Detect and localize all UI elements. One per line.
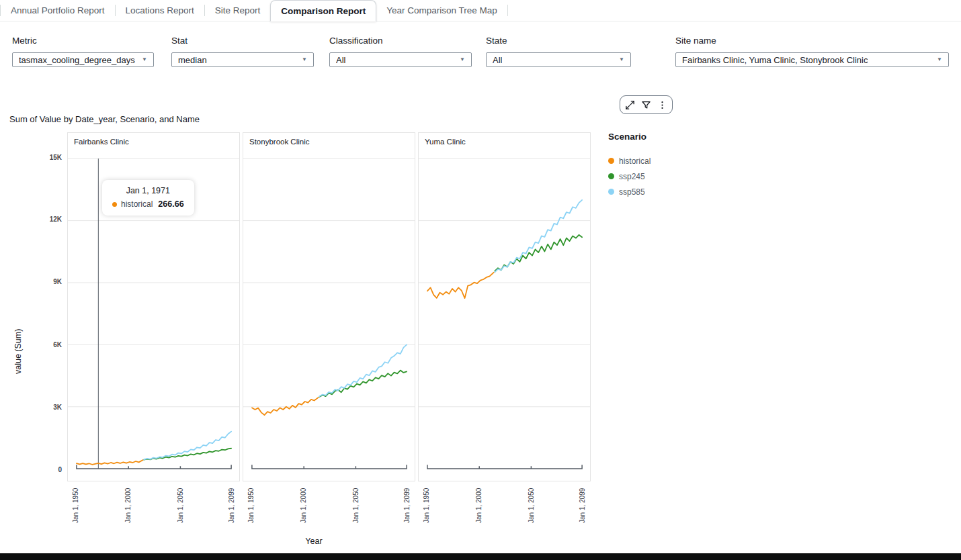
legend-label: ssp245 (619, 172, 645, 181)
legend-label: ssp585 (619, 187, 645, 197)
metric-value: tasmax_cooling_degree_days (19, 55, 135, 65)
classification-dropdown[interactable]: All ▼ (329, 52, 472, 67)
y-tick-label: 6K (27, 341, 62, 348)
y-axis-title: value (Sum) (13, 329, 23, 374)
menu-icon[interactable] (657, 100, 667, 110)
series-line-historical[interactable] (427, 273, 494, 298)
legend-item-historical[interactable]: historical (608, 153, 722, 169)
x-tick-label: Jan 1, 2000 (124, 488, 132, 523)
stat-value: median (178, 55, 207, 65)
x-axis-line (77, 465, 231, 469)
y-tick-label: 0 (27, 466, 62, 473)
y-tick-label: 3K (27, 404, 62, 411)
tab-locations-report[interactable]: Locations Report (116, 0, 204, 21)
x-tick-label: Jan 1, 2099 (403, 488, 411, 523)
maximize-icon[interactable] (625, 100, 635, 110)
site-name-dropdown[interactable]: Fairbanks Clinic, Yuma Clinic, Stonybroo… (675, 52, 949, 67)
tooltip-series-dot (112, 202, 117, 207)
chevron-down-icon: ▼ (142, 56, 147, 62)
legend-title: Scenario (608, 132, 722, 142)
chevron-down-icon: ▼ (619, 56, 624, 62)
x-tick-label: Jan 1, 1950 (72, 488, 79, 523)
facet-chart-svg (243, 133, 415, 481)
x-tick-label: Jan 1, 1950 (423, 488, 430, 523)
chart-toolbar (620, 95, 673, 114)
tab-year-comparison-tree-map[interactable]: Year Comparison Tree Map (376, 0, 507, 21)
facet-title: Fairbanks Clinic (74, 138, 129, 146)
state-dropdown[interactable]: All ▼ (486, 52, 631, 67)
series-line-ssp585[interactable] (495, 200, 582, 272)
classification-label: Classification (329, 36, 383, 46)
tooltip-date: Jan 1, 1971 (112, 186, 184, 195)
chart-tooltip: Jan 1, 1971 historical 266.66 (102, 180, 194, 216)
series-line-ssp585[interactable] (319, 344, 407, 396)
y-tick-label: 15K (27, 154, 62, 161)
metric-label: Metric (12, 36, 37, 46)
x-tick-label: Jan 1, 2050 (352, 488, 360, 523)
legend-dot (608, 158, 614, 164)
chevron-down-icon: ▼ (302, 56, 307, 62)
tab-comparison-report[interactable]: Comparison Report (270, 0, 376, 21)
y-tick-label: 12K (27, 216, 62, 223)
x-tick-label: Jan 1, 1950 (247, 488, 255, 523)
x-tick-label: Jan 1, 2050 (177, 488, 184, 523)
legend-item-ssp245[interactable]: ssp245 (608, 169, 722, 184)
metric-dropdown[interactable]: tasmax_cooling_degree_days ▼ (12, 52, 154, 67)
legend-label: historical (619, 156, 651, 166)
taskbar-strip (0, 553, 961, 560)
state-value: All (493, 55, 502, 65)
x-tick-label: Jan 1, 2099 (228, 488, 235, 523)
state-label: State (486, 36, 507, 46)
tab-annual-portfolio-report[interactable]: Annual Portfolio Report (1, 0, 115, 21)
chart-title: Sum of Value by Date_year, Scenario, and… (9, 114, 200, 124)
x-tick-label: Jan 1, 2050 (528, 488, 535, 523)
facet-title: Yuma Clinic (425, 138, 466, 146)
site-name-value: Fairbanks Clinic, Yuma Clinic, Stonybroo… (682, 55, 868, 65)
tooltip-series-label: historical (121, 199, 153, 209)
stat-label: Stat (171, 36, 187, 46)
facet-panel-stonybrook: Stonybrook Clinic (243, 132, 415, 481)
filter-icon[interactable] (641, 100, 651, 110)
legend-dot (608, 189, 614, 195)
x-tick-label: Jan 1, 2099 (579, 488, 586, 523)
legend: Scenario historical ssp245 ssp585 (608, 132, 722, 199)
series-line-historical[interactable] (77, 460, 143, 465)
x-axis-line (427, 465, 582, 469)
stat-dropdown[interactable]: median ▼ (171, 52, 314, 67)
series-line-historical[interactable] (252, 398, 319, 415)
facet-chart-svg (419, 133, 590, 481)
legend-item-ssp585[interactable]: ssp585 (608, 184, 722, 199)
legend-dot (608, 173, 614, 179)
x-axis-title: Year (291, 536, 337, 546)
tab-site-report[interactable]: Site Report (205, 0, 271, 21)
tooltip-value: 266.66 (158, 199, 183, 209)
chevron-down-icon: ▼ (460, 56, 465, 62)
facet-panel-yuma: Yuma Clinic (418, 132, 591, 481)
x-axis-line (252, 465, 407, 469)
x-tick-label: Jan 1, 2000 (300, 488, 307, 523)
x-tick-label: Jan 1, 2000 (475, 488, 483, 523)
facet-title: Stonybrook Clinic (249, 138, 309, 146)
classification-value: All (336, 55, 345, 65)
dashboard: Annual Portfolio Report Locations Report… (0, 0, 961, 560)
y-tick-label: 9K (27, 278, 62, 285)
tab-separator (507, 5, 508, 16)
site-name-label: Site name (675, 36, 716, 46)
tab-bar: Annual Portfolio Report Locations Report… (0, 0, 961, 21)
chevron-down-icon: ▼ (937, 56, 942, 62)
